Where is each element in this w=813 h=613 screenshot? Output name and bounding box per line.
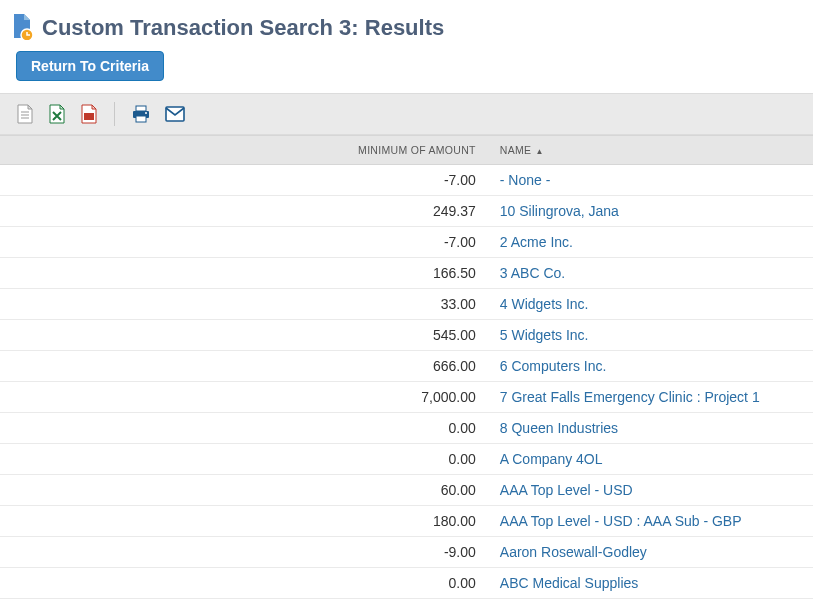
cell-name: - None - [488,165,813,196]
sort-asc-icon: ▲ [536,147,544,156]
name-link[interactable]: 8 Queen Industries [500,420,618,436]
page-title: Custom Transaction Search 3: Results [42,15,444,41]
table-row: 166.503 ABC Co. [0,258,813,289]
export-csv-icon[interactable] [16,104,34,124]
cell-name: 4 Widgets Inc. [488,289,813,320]
table-header-row: MINIMUM OF AMOUNT NAME ▲ [0,136,813,165]
table-row: 0.00ABC Medical Supplies [0,568,813,599]
name-link[interactable]: ABC Medical Supplies [500,575,639,591]
table-body: -7.00- None -249.3710 Silingrova, Jana-7… [0,165,813,599]
results-table: MINIMUM OF AMOUNT NAME ▲ -7.00- None -24… [0,135,813,599]
cell-amount: 60.00 [0,475,488,506]
table-row: 33.004 Widgets Inc. [0,289,813,320]
column-header-amount[interactable]: MINIMUM OF AMOUNT [0,136,488,165]
cell-amount: 0.00 [0,413,488,444]
table-row: -7.00- None - [0,165,813,196]
cell-name: 2 Acme Inc. [488,227,813,258]
table-row: 249.3710 Silingrova, Jana [0,196,813,227]
table-row: 545.005 Widgets Inc. [0,320,813,351]
return-to-criteria-button[interactable]: Return To Criteria [16,51,164,81]
name-link[interactable]: AAA Top Level - USD : AAA Sub - GBP [500,513,742,529]
cell-name: 5 Widgets Inc. [488,320,813,351]
cell-name: AAA Top Level - USD : AAA Sub - GBP [488,506,813,537]
name-link[interactable]: 7 Great Falls Emergency Clinic : Project… [500,389,760,405]
name-link[interactable]: AAA Top Level - USD [500,482,633,498]
svg-rect-4 [84,113,94,120]
page-icon [10,12,34,43]
toolbar-divider [114,102,115,126]
name-link[interactable]: 6 Computers Inc. [500,358,607,374]
cell-amount: -7.00 [0,227,488,258]
table-row: -7.002 Acme Inc. [0,227,813,258]
svg-rect-5 [136,106,146,111]
print-icon[interactable] [131,104,151,124]
table-row: 666.006 Computers Inc. [0,351,813,382]
name-link[interactable]: - None - [500,172,551,188]
cell-name: 6 Computers Inc. [488,351,813,382]
export-toolbar [0,93,813,135]
cell-amount: 166.50 [0,258,488,289]
export-pdf-icon[interactable] [80,104,98,124]
cell-amount: 33.00 [0,289,488,320]
cell-amount: 7,000.00 [0,382,488,413]
cell-name: ABC Medical Supplies [488,568,813,599]
button-row: Return To Criteria [0,51,813,93]
export-group [16,104,98,124]
name-link[interactable]: A Company 4OL [500,451,603,467]
table-row: 7,000.007 Great Falls Emergency Clinic :… [0,382,813,413]
name-link[interactable]: 2 Acme Inc. [500,234,573,250]
column-header-amount-label: MINIMUM OF AMOUNT [358,144,476,156]
cell-name: 7 Great Falls Emergency Clinic : Project… [488,382,813,413]
cell-name: 10 Silingrova, Jana [488,196,813,227]
cell-name: AAA Top Level - USD [488,475,813,506]
name-link[interactable]: 5 Widgets Inc. [500,327,589,343]
page-header: Custom Transaction Search 3: Results [0,0,813,51]
cell-amount: 180.00 [0,506,488,537]
cell-amount: -7.00 [0,165,488,196]
table-row: 60.00AAA Top Level - USD [0,475,813,506]
cell-name: A Company 4OL [488,444,813,475]
column-header-name-label: NAME [500,144,532,156]
table-row: -9.00Aaron Rosewall-Godley [0,537,813,568]
cell-amount: 0.00 [0,568,488,599]
table-row: 0.008 Queen Industries [0,413,813,444]
table-row: 180.00AAA Top Level - USD : AAA Sub - GB… [0,506,813,537]
table-row: 0.00A Company 4OL [0,444,813,475]
name-link[interactable]: Aaron Rosewall-Godley [500,544,647,560]
cell-amount: 249.37 [0,196,488,227]
cell-name: 3 ABC Co. [488,258,813,289]
action-group [131,104,185,124]
email-icon[interactable] [165,106,185,122]
svg-point-8 [145,112,147,114]
svg-rect-7 [136,116,146,122]
cell-name: 8 Queen Industries [488,413,813,444]
name-link[interactable]: 10 Silingrova, Jana [500,203,619,219]
cell-amount: 666.00 [0,351,488,382]
cell-amount: 545.00 [0,320,488,351]
export-excel-icon[interactable] [48,104,66,124]
cell-name: Aaron Rosewall-Godley [488,537,813,568]
cell-amount: 0.00 [0,444,488,475]
column-header-name[interactable]: NAME ▲ [488,136,813,165]
name-link[interactable]: 4 Widgets Inc. [500,296,589,312]
name-link[interactable]: 3 ABC Co. [500,265,565,281]
cell-amount: -9.00 [0,537,488,568]
